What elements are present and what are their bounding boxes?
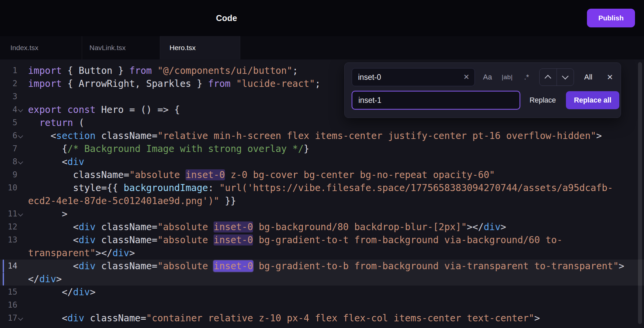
code-text: {/* Background Image with strong overlay… <box>28 142 309 155</box>
code-token <box>231 78 236 89</box>
code-token: export <box>28 104 62 115</box>
code-token: className= <box>95 234 157 245</box>
code-token: div <box>67 156 84 167</box>
fold-chevron-icon[interactable] <box>18 316 23 321</box>
search-match: inset-0 <box>186 169 225 180</box>
match-case-button[interactable]: Aa <box>479 68 496 86</box>
code-token <box>28 117 39 128</box>
line-gutter <box>0 194 28 207</box>
code-token: { <box>28 143 67 154</box>
code-text: return ( <box>28 116 84 129</box>
code-token: ; <box>292 65 298 76</box>
clear-search-icon[interactable]: ✕ <box>463 73 469 81</box>
code-text: <div <box>28 155 84 168</box>
code-token: "container relative z-10 px-4 flex flex-… <box>146 313 534 324</box>
code-token: < <box>28 313 67 324</box>
code-line[interactable]: 8 <div <box>0 155 644 168</box>
code-token: ; <box>315 78 321 89</box>
code-line[interactable]: 17 <div className="container relative z-… <box>0 312 644 325</box>
code-token: > <box>596 130 602 141</box>
code-text: style={{ backgroundImage: "url('https://… <box>28 181 613 194</box>
line-gutter: 9 <box>0 168 28 181</box>
code-token: > <box>501 221 506 232</box>
line-number: 4 <box>13 103 17 116</box>
line-gutter: 8 <box>0 155 28 168</box>
replace-input[interactable] <box>352 91 520 110</box>
code-text: transparent"></div> <box>28 247 135 260</box>
code-token: ></ <box>467 221 484 232</box>
scrollbar-thumb[interactable] <box>638 62 642 324</box>
code-token: < <box>28 234 79 245</box>
fold-chevron-icon[interactable] <box>18 107 23 113</box>
code-line[interactable]: 5 return ( <box>0 116 644 129</box>
code-line[interactable]: 15 </div> <box>0 286 644 299</box>
replace-all-button[interactable]: Replace all <box>566 91 619 109</box>
search-match: inset-0 <box>214 234 253 245</box>
line-gutter: 16 <box>0 299 28 312</box>
code-line[interactable]: ecd2-4e1e-87de-5c012401ae9d.png')" }} <box>0 194 644 207</box>
code-line[interactable]: 12 <div className="absolute inset-0 bg-b… <box>0 220 644 233</box>
line-gutter: 11 <box>0 207 28 220</box>
select-all-matches-button[interactable]: All <box>578 68 598 86</box>
code-line[interactable]: 6 <section className="relative min-h-scr… <box>0 129 644 142</box>
tab-index-tsx[interactable]: Index.tsx <box>0 36 82 59</box>
file-tab-bar: Index.tsx NavLink.tsx Hero.tsx <box>0 36 644 59</box>
fold-chevron-icon[interactable] <box>18 159 23 165</box>
line-number: 1 <box>13 64 17 77</box>
line-gutter: 5 <box>0 116 28 129</box>
tab-hero-tsx[interactable]: Hero.tsx <box>160 36 240 59</box>
line-number: 2 <box>13 77 17 90</box>
code-text: className="absolute inset-0 z-0 bg-cover… <box>28 168 495 181</box>
line-gutter: 12 <box>0 220 28 233</box>
code-line[interactable]: </div> <box>0 273 644 286</box>
code-line[interactable]: 9 className="absolute inset-0 z-0 bg-cov… <box>0 168 644 181</box>
fold-chevron-icon[interactable] <box>18 133 23 139</box>
code-line[interactable]: 11 > <box>0 207 644 220</box>
line-gutter <box>0 247 28 260</box>
code-line[interactable]: 7 {/* Background Image with strong overl… <box>0 142 644 155</box>
whole-word-button[interactable]: |ab| <box>499 68 515 86</box>
code-token: </ <box>28 287 73 298</box>
fold-chevron-icon[interactable] <box>18 211 23 217</box>
line-gutter: 3 <box>0 90 28 103</box>
code-token: bg-gradient-to-t from-background via-bac… <box>253 234 562 245</box>
tab-navlink-tsx[interactable]: NavLink.tsx <box>82 36 160 59</box>
search-match: inset-0 <box>214 221 253 232</box>
code-line[interactable]: 10 style={{ backgroundImage: "url('https… <box>0 181 644 194</box>
code-text: import { Button } from "@/components/ui/… <box>28 64 298 77</box>
code-line[interactable]: 16 <box>0 299 644 312</box>
publish-button[interactable]: Publish <box>587 9 635 27</box>
code-token: import <box>28 65 62 76</box>
line-gutter: 6 <box>0 129 28 142</box>
code-line[interactable]: 14 <div className="absolute inset-0 bg-g… <box>0 260 644 273</box>
code-token: div <box>79 234 96 245</box>
replace-button[interactable]: Replace <box>528 91 558 110</box>
code-token: > <box>534 313 540 324</box>
next-match-button[interactable] <box>557 69 574 86</box>
code-text: <div className="container relative z-10 … <box>28 312 540 325</box>
code-token: "@/components/ui/button" <box>157 65 293 76</box>
code-text: <div className="absolute inset-0 bg-grad… <box>28 260 624 273</box>
code-text: import { ArrowRight, Sparkles } from "lu… <box>28 77 321 90</box>
code-token: className= <box>84 313 146 324</box>
code-line[interactable]: 13 <div className="absolute inset-0 bg-g… <box>0 233 644 247</box>
code-token: } <box>304 143 309 154</box>
code-token: className= <box>28 169 129 180</box>
code-token: "absolute <box>129 169 186 180</box>
code-token: div <box>39 274 56 285</box>
line-gutter <box>0 273 28 286</box>
code-token: style={{ <box>28 182 124 193</box>
close-find-icon[interactable]: ✕ <box>603 68 617 86</box>
line-number: 7 <box>13 142 17 155</box>
code-token: > <box>56 274 62 285</box>
code-token: < <box>28 156 67 167</box>
regex-button[interactable]: .* <box>519 68 535 86</box>
previous-match-button[interactable] <box>540 69 557 86</box>
line-number: 13 <box>8 233 17 247</box>
code-token: < <box>28 130 56 141</box>
code-text: > <box>28 207 67 220</box>
line-number: 11 <box>8 207 17 220</box>
code-line[interactable]: transparent"></div> <box>0 247 644 260</box>
code-token: </ <box>28 274 39 285</box>
search-input[interactable] <box>352 68 475 86</box>
